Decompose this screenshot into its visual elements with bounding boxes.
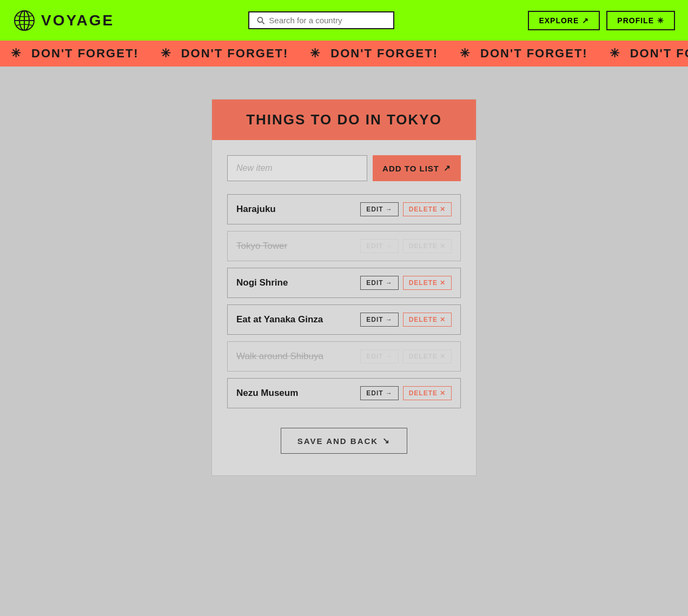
edit-icon: → (386, 353, 393, 360)
header-nav: EXPLORE ↗ PROFILE ✳ (528, 11, 675, 30)
profile-button[interactable]: PROFILE ✳ (606, 11, 675, 30)
list-item-name: Harajuku (236, 204, 276, 215)
save-back-button[interactable]: SAVE AND BACK ↘ (281, 428, 407, 454)
delete-icon: ✕ (440, 316, 446, 323)
delete-button[interactable]: DELETE✕ (403, 239, 452, 253)
add-to-list-icon: ↗ (444, 163, 451, 173)
globe-icon (13, 9, 36, 32)
edit-icon: → (386, 316, 393, 323)
delete-button[interactable]: DELETE✕ (403, 349, 452, 363)
list-item-actions: EDIT→DELETE✕ (360, 239, 452, 253)
search-box (248, 11, 394, 29)
add-to-list-label: ADD TO LIST (382, 164, 439, 173)
list-item-name: Nezu Museum (236, 388, 298, 399)
list-item: Tokyo TowerEDIT→DELETE✕ (227, 231, 461, 261)
edit-button[interactable]: EDIT→ (360, 276, 398, 290)
logo: VOYAGE (13, 9, 114, 32)
list-item-actions: EDIT→DELETE✕ (360, 313, 452, 327)
save-back-icon: ↘ (382, 436, 391, 446)
list-item: Nezu MuseumEDIT→DELETE✕ (227, 378, 461, 408)
edit-label: EDIT (366, 279, 383, 287)
list-item-name: Eat at Yanaka Ginza (236, 314, 323, 325)
list-item-actions: EDIT→DELETE✕ (360, 386, 452, 400)
card-header: THINGS TO DO IN TOKYO (212, 100, 476, 140)
edit-label: EDIT (366, 316, 383, 323)
ticker-banner: ✳ DON'T FORGET! ✳ DON'T FORGET! ✳ DON'T … (0, 41, 688, 67)
add-item-row: ADD TO LIST ↗ (212, 140, 476, 194)
delete-icon: ✕ (440, 389, 446, 397)
edit-label: EDIT (366, 206, 383, 213)
edit-icon: → (386, 206, 393, 213)
list-item-actions: EDIT→DELETE✕ (360, 276, 452, 290)
edit-icon: → (386, 242, 393, 250)
delete-label: DELETE (409, 206, 438, 213)
delete-label: DELETE (409, 389, 438, 397)
add-to-list-button[interactable]: ADD TO LIST ↗ (373, 155, 461, 181)
list-item: Walk around ShibuyaEDIT→DELETE✕ (227, 341, 461, 372)
search-icon (257, 16, 264, 25)
delete-icon: ✕ (440, 353, 446, 360)
delete-label: DELETE (409, 242, 438, 250)
todo-card: THINGS TO DO IN TOKYO ADD TO LIST ↗ Hara… (211, 99, 477, 476)
edit-label: EDIT (366, 353, 383, 360)
delete-icon: ✕ (440, 242, 446, 250)
ticker-item: ✳ DON'T FORGET! (150, 47, 300, 61)
ticker-item: ✳ DON'T FORGET! (599, 47, 688, 61)
edit-button[interactable]: EDIT→ (360, 202, 398, 216)
edit-button[interactable]: EDIT→ (360, 239, 398, 253)
main-content: THINGS TO DO IN TOKYO ADD TO LIST ↗ Hara… (0, 67, 688, 616)
delete-label: DELETE (409, 316, 438, 323)
ticker-item: ✳ DON'T FORGET! (449, 47, 599, 61)
delete-button[interactable]: DELETE✕ (403, 276, 452, 290)
edit-icon: → (386, 389, 393, 397)
header: VOYAGE EXPLORE ↗ PROFILE ✳ (0, 0, 688, 41)
edit-button[interactable]: EDIT→ (360, 349, 398, 363)
card-title: THINGS TO DO IN TOKYO (223, 111, 465, 128)
save-back-label: SAVE AND BACK (297, 436, 378, 446)
explore-button[interactable]: EXPLORE ↗ (528, 11, 600, 30)
save-back-row: SAVE AND BACK ↘ (212, 408, 476, 454)
new-item-input[interactable] (227, 155, 367, 181)
svg-line-5 (262, 22, 264, 24)
delete-button[interactable]: DELETE✕ (403, 313, 452, 327)
ticker-item: ✳ DON'T FORGET! (299, 47, 449, 61)
list-item: Nogi ShrineEDIT→DELETE✕ (227, 268, 461, 298)
delete-label: DELETE (409, 279, 438, 287)
delete-button[interactable]: DELETE✕ (403, 202, 452, 216)
list-item-actions: EDIT→DELETE✕ (360, 349, 452, 363)
edit-button[interactable]: EDIT→ (360, 386, 398, 400)
ticker-item: ✳ DON'T FORGET! (0, 47, 150, 61)
edit-label: EDIT (366, 242, 383, 250)
delete-icon: ✕ (440, 279, 446, 287)
delete-icon: ✕ (440, 206, 446, 213)
list-items: HarajukuEDIT→DELETE✕Tokyo TowerEDIT→DELE… (212, 194, 476, 408)
ticker-content: ✳ DON'T FORGET! ✳ DON'T FORGET! ✳ DON'T … (0, 47, 688, 61)
list-item-actions: EDIT→DELETE✕ (360, 202, 452, 216)
list-item: Eat at Yanaka GinzaEDIT→DELETE✕ (227, 304, 461, 335)
edit-label: EDIT (366, 389, 383, 397)
list-item-name: Walk around Shibuya (236, 351, 323, 362)
edit-icon: → (386, 279, 393, 287)
search-input[interactable] (269, 16, 386, 25)
delete-button[interactable]: DELETE✕ (403, 386, 452, 400)
list-item-name: Tokyo Tower (236, 241, 287, 251)
logo-text: VOYAGE (41, 12, 114, 29)
list-item: HarajukuEDIT→DELETE✕ (227, 194, 461, 224)
svg-point-4 (257, 17, 262, 22)
delete-label: DELETE (409, 353, 438, 360)
list-item-name: Nogi Shrine (236, 277, 288, 288)
edit-button[interactable]: EDIT→ (360, 313, 398, 327)
